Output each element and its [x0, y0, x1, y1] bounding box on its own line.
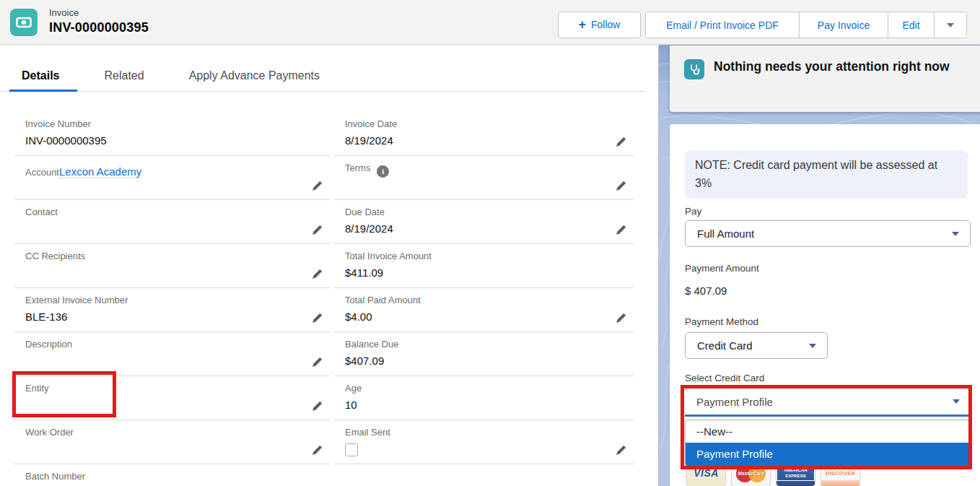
invoice-record-page: Invoice INV-0000000395 +Follow Email / P…	[0, 0, 980, 486]
field-label: Terms	[345, 162, 370, 173]
edit-pencil-icon[interactable]	[312, 225, 323, 235]
field-label: CC Recipients	[25, 251, 85, 261]
invoice-object-icon	[10, 9, 38, 36]
edit-pencil-icon[interactable]	[312, 181, 323, 191]
edit-button[interactable]: Edit	[888, 12, 935, 38]
credit-card-combobox[interactable]: Payment Profile	[685, 389, 971, 417]
field-entity: Entity	[14, 376, 330, 420]
chevron-down-icon	[809, 344, 816, 348]
email-print-invoice-pdf-button[interactable]: Email / Print Invoice PDF	[646, 12, 800, 38]
more-actions-button[interactable]	[935, 12, 966, 38]
edit-pencil-icon[interactable]	[312, 445, 323, 456]
field-total-paid-amount: Total Paid Amount$4.00	[334, 288, 634, 332]
edit-pencil-icon[interactable]	[616, 136, 626, 147]
edit-pencil-icon[interactable]	[616, 181, 626, 191]
field-label: Due Date	[345, 207, 385, 217]
record-detail-area: DetailsRelatedApply Advance Payments Inv…	[0, 45, 658, 486]
field-label: Total Paid Amount	[345, 295, 421, 305]
credit-card-dropdown-list: --New--Payment Profile	[685, 420, 970, 467]
field-age: Age10	[334, 376, 634, 420]
field-column-left: Invoice NumberINV-0000000395AccountLexco…	[14, 112, 330, 486]
field-label: Entity	[25, 383, 49, 394]
action-button-group: Email / Print Invoice PDF Pay Invoice Ed…	[645, 12, 967, 38]
edit-pencil-icon[interactable]	[312, 269, 323, 279]
field-label: Description	[25, 339, 72, 350]
pay-invoice-button[interactable]: Pay Invoice	[800, 12, 888, 38]
field-terms: Termsi	[334, 156, 634, 200]
field-value: $4.00	[345, 311, 634, 323]
field-label: Email Sent	[345, 427, 390, 438]
field-invoice-date: Invoice Date8/19/2024	[334, 112, 634, 156]
field-batch-number: Batch Number	[14, 464, 330, 486]
payment-method-select[interactable]: Credit Card	[685, 332, 828, 359]
pay-select[interactable]: Full Amount	[685, 220, 971, 247]
tabs: DetailsRelatedApply Advance Payments	[0, 61, 645, 92]
edit-pencil-icon[interactable]	[616, 445, 626, 456]
field-label: Age	[345, 383, 362, 394]
account-link[interactable]: Lexcon Academy	[59, 165, 141, 178]
cash-icon	[15, 14, 32, 31]
edit-pencil-icon[interactable]	[616, 225, 626, 235]
email-sent-checkbox[interactable]	[345, 443, 358, 456]
payment-amount-value: $ 407.09	[685, 285, 727, 297]
field-label: Batch Number	[25, 471, 85, 482]
header-text: Invoice INV-0000000395	[49, 7, 149, 35]
field-value: $407.09	[345, 355, 634, 367]
field-value: BLE-136	[25, 311, 330, 323]
plus-icon: +	[579, 17, 587, 32]
tab-details[interactable]: Details	[22, 61, 59, 92]
chevron-down-icon	[953, 399, 960, 404]
page-title: INV-0000000395	[49, 20, 149, 35]
field-label: Work Order	[25, 427, 74, 438]
payment-method-label: Payment Method	[685, 316, 758, 327]
entity-label: Invoice	[49, 7, 149, 18]
page-header: Invoice INV-0000000395 +Follow Email / P…	[0, 0, 980, 45]
field-description: Description	[14, 332, 330, 376]
field-contact: Contact	[14, 200, 330, 244]
dropdown-option-new[interactable]: --New--	[686, 420, 969, 443]
chevron-down-icon	[952, 232, 959, 236]
field-cc-recipients: CC Recipients	[14, 244, 330, 288]
field-label: Total Invoice Amount	[345, 251, 432, 261]
field-value: $411.09	[345, 266, 634, 279]
follow-button[interactable]: +Follow	[558, 12, 641, 38]
select-credit-card-label: Select Credit Card	[685, 373, 764, 383]
field-label: Balance Due	[345, 339, 398, 350]
pay-label: Pay	[685, 206, 701, 217]
tab-related[interactable]: Related	[104, 61, 144, 92]
field-column-right: Invoice Date8/19/2024TermsiDue Date8/19/…	[334, 112, 634, 464]
field-label: Invoice Date	[345, 118, 397, 129]
field-label: Account	[25, 167, 59, 178]
field-label: Contact	[25, 207, 58, 217]
payment-side-panel: Nothing needs your attention right now N…	[658, 45, 980, 486]
field-value: INV-0000000395	[25, 134, 330, 147]
field-account: AccountLexcon Academy	[14, 156, 330, 200]
field-invoice-number: Invoice NumberINV-0000000395	[14, 112, 330, 156]
edit-pencil-icon[interactable]	[312, 401, 323, 412]
credit-card-note: NOTE: Credit card payment will be assess…	[685, 150, 968, 199]
edit-pencil-icon[interactable]	[312, 357, 323, 368]
field-due-date: Due Date8/19/2024	[334, 200, 634, 244]
field-external-invoice-number: External Invoice NumberBLE-136	[14, 288, 330, 332]
field-value: 8/19/2024	[345, 134, 634, 147]
dropdown-option-payment-profile[interactable]: Payment Profile	[686, 443, 969, 466]
chevron-down-icon	[947, 23, 954, 27]
info-icon[interactable]: i	[377, 165, 389, 178]
assistant-card: Nothing needs your attention right now	[670, 45, 980, 112]
payment-card: NOTE: Credit card payment will be assess…	[670, 124, 980, 486]
tab-apply-advance-payments[interactable]: Apply Advance Payments	[189, 61, 320, 92]
field-value: 10	[345, 399, 634, 411]
edit-pencil-icon[interactable]	[616, 313, 626, 324]
field-total-invoice-amount: Total Invoice Amount$411.09	[334, 244, 634, 288]
payment-amount-label: Payment Amount	[685, 263, 759, 274]
field-email-sent: Email Sent	[334, 420, 634, 464]
edit-pencil-icon[interactable]	[312, 313, 323, 324]
assistant-icon	[684, 59, 704, 79]
field-value: 8/19/2024	[345, 222, 634, 235]
field-work-order: Work Order	[14, 420, 330, 464]
field-label: Invoice Number	[25, 118, 91, 129]
field-balance-due: Balance Due$407.09	[334, 332, 634, 376]
field-label: External Invoice Number	[25, 295, 128, 305]
assistant-message: Nothing needs your attention right now	[684, 55, 968, 79]
